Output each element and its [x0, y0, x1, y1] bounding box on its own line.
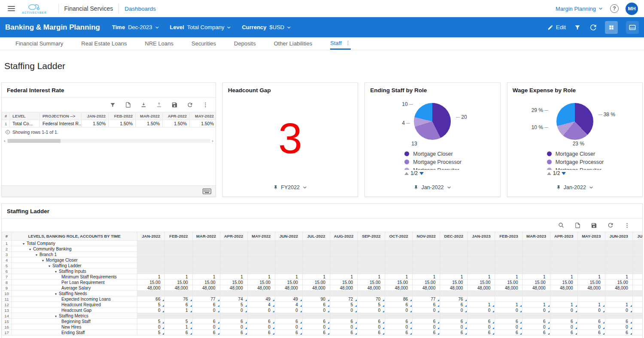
grid-cell[interactable]: 5: [137, 319, 165, 324]
export-icon[interactable]: [574, 222, 581, 229]
grid-cell[interactable]: 0: [330, 308, 357, 313]
grid-cell-empty[interactable]: [385, 263, 413, 269]
grid-cell-empty[interactable]: [137, 241, 165, 246]
grid-cell-empty[interactable]: [522, 257, 550, 263]
grid-cell[interactable]: 6: [495, 330, 522, 335]
tab-other-liabilities[interactable]: Other Liabilities: [274, 37, 313, 50]
grid-cell[interactable]: 6: [192, 302, 220, 308]
grid-cell[interactable]: 0: [468, 324, 495, 330]
grid-cell[interactable]: 6: [220, 330, 247, 335]
grid-cell[interactable]: 6: [468, 319, 495, 324]
grid-cell[interactable]: [550, 296, 577, 302]
grid-cell[interactable]: 1: [247, 274, 275, 280]
grid-cell[interactable]: 48,000: [468, 285, 495, 291]
grid-cell[interactable]: 48,000: [577, 285, 605, 291]
grid-cell[interactable]: 48,000: [302, 285, 330, 291]
grid-cell-empty[interactable]: [192, 269, 220, 274]
grid-cell-empty[interactable]: [605, 313, 632, 319]
grid-cell[interactable]: 48,000: [137, 285, 165, 291]
grid-cell[interactable]: 1: [192, 274, 220, 280]
grid-cell[interactable]: 48,000: [495, 285, 522, 291]
scroll-right-icon[interactable]: ›: [210, 139, 215, 143]
grid-cell[interactable]: 70: [358, 296, 385, 302]
grid-cell-empty[interactable]: [440, 246, 468, 252]
grid-cell[interactable]: 76: [165, 296, 192, 302]
grid-cell[interactable]: 74: [220, 296, 247, 302]
collapse-caret-icon[interactable]: ▾: [23, 242, 24, 246]
federal-column-header[interactable]: JAN-2022: [82, 112, 109, 120]
grid-cell-empty[interactable]: [302, 241, 330, 246]
grid-cell-empty[interactable]: [468, 252, 495, 257]
row-label-cell[interactable]: Expected Incoming Loans: [12, 296, 137, 302]
grid-cell-empty[interactable]: [632, 291, 642, 296]
grid-cell-empty[interactable]: [165, 252, 192, 257]
grid-cell-empty[interactable]: [413, 246, 440, 252]
grid-cell-empty[interactable]: [192, 246, 220, 252]
grid-cell-empty[interactable]: [495, 313, 522, 319]
reset-button[interactable]: [589, 24, 597, 31]
grid-cell-empty[interactable]: [605, 252, 632, 257]
legend-item[interactable]: Mortgage Recruiter: [547, 166, 642, 170]
grid-cell[interactable]: 1: [550, 274, 577, 280]
grid-cell[interactable]: 15.00: [632, 280, 642, 285]
grid-cell-empty[interactable]: [358, 269, 385, 274]
grid-cell-empty[interactable]: [550, 241, 577, 246]
grid-cell[interactable]: 6: [302, 330, 330, 335]
grid-cell-empty[interactable]: [632, 257, 642, 263]
grid-cell-empty[interactable]: [220, 291, 247, 296]
grid-cell[interactable]: [632, 296, 642, 302]
grid-cell[interactable]: 0: [468, 308, 495, 313]
grid-cell-empty[interactable]: [605, 291, 632, 296]
grid-cell-empty[interactable]: [302, 263, 330, 269]
grid-month-header[interactable]: AUG-2022: [330, 232, 357, 241]
grid-cell-empty[interactable]: [413, 257, 440, 263]
row-label-cell[interactable]: Headcount Gap: [12, 308, 137, 313]
grid-cell-empty[interactable]: [220, 257, 247, 263]
grid-cell[interactable]: 1: [220, 274, 247, 280]
grid-cell[interactable]: 6: [247, 330, 275, 335]
grid-cell[interactable]: 49: [247, 296, 275, 302]
federal-cell[interactable]: Federal Interest R...: [40, 120, 82, 127]
grid-cell[interactable]: 6: [550, 330, 577, 335]
grid-cell[interactable]: 0: [495, 324, 522, 330]
grid-cell-empty[interactable]: [275, 269, 302, 274]
grid-cell-empty[interactable]: [385, 257, 413, 263]
grid-cell[interactable]: 6: [605, 319, 632, 324]
horizontal-scrollbar[interactable]: ‹ ›: [3, 138, 215, 143]
grid-cell[interactable]: 1: [302, 274, 330, 280]
grid-cell-empty[interactable]: [413, 241, 440, 246]
grid-cell-empty[interactable]: [220, 246, 247, 252]
grid-cell-empty[interactable]: [220, 241, 247, 246]
grid-cell[interactable]: 4: [275, 302, 302, 308]
grid-cell[interactable]: 6: [330, 319, 357, 324]
grid-cell[interactable]: 15.00: [137, 280, 165, 285]
grid-cell[interactable]: [468, 296, 495, 302]
time-selector[interactable]: Dec-2023: [128, 24, 159, 30]
federal-column-header[interactable]: LEVEL: [10, 112, 40, 120]
grid-cell[interactable]: 90: [302, 296, 330, 302]
row-label-cell[interactable]: ▾Staffing Ladder: [12, 263, 137, 269]
refresh-icon[interactable]: [607, 222, 614, 229]
grid-cell-empty[interactable]: [440, 257, 468, 263]
grid-cell[interactable]: 0: [247, 308, 275, 313]
grid-cell[interactable]: 5: [220, 302, 247, 308]
grid-cell[interactable]: 1: [632, 302, 642, 308]
grid-cell-empty[interactable]: [165, 269, 192, 274]
row-label-cell[interactable]: Headcount Required: [12, 302, 137, 308]
card-view-button[interactable]: [626, 21, 639, 34]
grid-month-header[interactable]: MAR-2022: [192, 232, 220, 241]
tab-deposits[interactable]: Deposits: [234, 37, 256, 50]
grid-cell-empty[interactable]: [413, 313, 440, 319]
grid-view-button[interactable]: [605, 21, 618, 34]
grid-cell-empty[interactable]: [632, 252, 642, 257]
grid-cell[interactable]: 6: [220, 319, 247, 324]
grid-cell-empty[interactable]: [495, 241, 522, 246]
grid-cell[interactable]: 0: [137, 308, 165, 313]
grid-cell[interactable]: 1: [165, 274, 192, 280]
grid-cell-empty[interactable]: [165, 241, 192, 246]
grid-cell-empty[interactable]: [192, 252, 220, 257]
grid-cell[interactable]: 1: [468, 274, 495, 280]
grid-cell[interactable]: 48,000: [165, 285, 192, 291]
grid-cell[interactable]: 0: [605, 308, 632, 313]
grid-month-header[interactable]: FEB-2023: [495, 232, 522, 241]
